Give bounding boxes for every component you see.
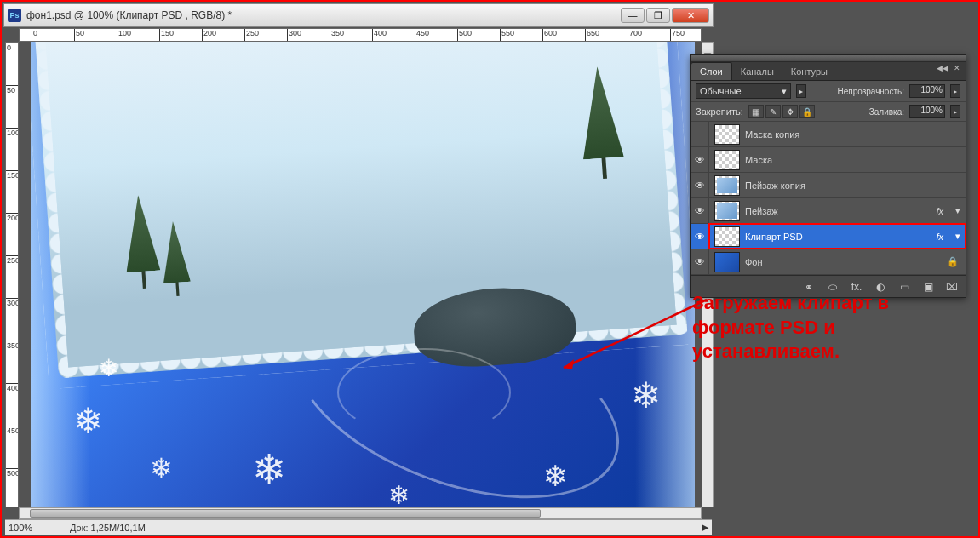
lock-paint-icon[interactable]: ✎: [765, 105, 781, 118]
maximize-button[interactable]: ❐: [646, 8, 670, 23]
minimize-button[interactable]: —: [621, 8, 645, 23]
snowflake-icon: ❄: [631, 375, 661, 416]
fill-input[interactable]: 100%: [909, 105, 945, 118]
lock-icon: 🔒: [940, 256, 966, 267]
layer-visibility-icon[interactable]: 👁: [691, 224, 709, 249]
panel-tabs: СлоиКаналыКонтуры: [691, 62, 966, 81]
layer-thumbnail[interactable]: [714, 252, 740, 272]
swirl-decoration: [286, 314, 627, 484]
ruler-mark: 450: [7, 426, 19, 435]
layer-name-label[interactable]: Пейзаж копия: [745, 180, 966, 191]
layer-name-label[interactable]: Клипарт PSD: [745, 232, 929, 242]
layer-thumbnail[interactable]: [714, 201, 740, 221]
ruler-mark: 200: [203, 29, 216, 37]
tab-контуры[interactable]: Контуры: [782, 63, 836, 80]
snowflake-icon: ❄: [150, 452, 173, 484]
ruler-mark: 500: [7, 469, 19, 478]
panel-grip[interactable]: [691, 55, 966, 62]
opacity-arrow-button[interactable]: ▸: [950, 84, 960, 98]
layer-row[interactable]: 👁Клипарт PSDfx▾: [691, 224, 966, 249]
layer-row[interactable]: 👁Маска: [691, 147, 966, 173]
close-button[interactable]: ✕: [672, 8, 709, 23]
tree-decoration: [576, 65, 625, 180]
chevron-down-icon: ▾: [782, 86, 787, 97]
layer-name-label[interactable]: Фон: [745, 257, 940, 267]
lock-all-icon[interactable]: 🔒: [799, 105, 815, 118]
blend-arrow-button[interactable]: ▸: [796, 84, 806, 98]
canvas-area[interactable]: ❄ ❄ ❄ ❄ ❄ ❄ ❄: [19, 42, 702, 507]
ruler-mark: 350: [7, 341, 19, 350]
snowflake-icon: ❄: [252, 445, 286, 493]
ruler-mark: 300: [7, 299, 19, 307]
panel-close-icon[interactable]: ✕: [952, 64, 962, 72]
fill-arrow-button[interactable]: ▸: [950, 105, 960, 118]
layer-visibility-icon[interactable]: 👁: [691, 249, 709, 274]
blend-mode-value: Обычные: [700, 86, 742, 96]
lock-position-icon[interactable]: ✥: [782, 105, 798, 118]
layer-thumbnail[interactable]: [714, 124, 740, 145]
ruler-mark: 150: [7, 171, 19, 180]
tab-слои[interactable]: Слои: [691, 62, 732, 80]
layer-name-label[interactable]: Маска копия: [745, 129, 966, 140]
blend-opacity-row: Обычные ▾ ▸ Непрозрачность: 100% ▸: [691, 81, 966, 102]
snowflake-icon: ❄: [73, 400, 103, 442]
scrollbar-horizontal[interactable]: [19, 507, 702, 519]
ruler-horizontal[interactable]: 0501001502002503003504004505005506006507…: [19, 28, 702, 42]
layer-visibility-icon[interactable]: 👁: [691, 173, 709, 197]
snowflake-icon: ❄: [388, 480, 410, 507]
ruler-mark: 400: [7, 384, 19, 392]
tree-decoration: [159, 220, 192, 297]
ruler-mark: 50: [7, 86, 15, 94]
document-window: Ps фон1.psd @ 100% (Клипарт PSD , RGB/8)…: [3, 3, 714, 536]
ruler-mark: 0: [7, 43, 11, 52]
lock-label: Закрепить:: [696, 106, 743, 117]
blend-mode-select[interactable]: Обычные ▾: [696, 83, 791, 99]
statusbar: 100% Док: 1,25M/10,1M ▶: [5, 519, 712, 535]
layer-visibility-icon[interactable]: [691, 122, 709, 146]
layer-visibility-icon[interactable]: 👁: [691, 147, 709, 172]
ruler-mark: 600: [544, 29, 557, 37]
statusbar-arrow-icon[interactable]: ▶: [702, 522, 708, 533]
chevron-down-icon[interactable]: ▾: [950, 205, 966, 216]
zoom-value[interactable]: 100%: [9, 523, 60, 533]
layer-name-label[interactable]: Пейзаж: [745, 206, 929, 216]
ruler-mark: 750: [672, 29, 685, 37]
tab-каналы[interactable]: Каналы: [732, 63, 782, 80]
layer-row[interactable]: 👁Фон🔒: [691, 249, 966, 275]
ruler-mark: 500: [459, 29, 472, 37]
layer-fx-icon[interactable]: fx: [929, 206, 950, 216]
layer-row[interactable]: 👁Пейзажfx▾: [691, 198, 966, 224]
ruler-mark: 250: [246, 29, 259, 37]
ruler-mark: 700: [629, 29, 642, 37]
app-icon: Ps: [8, 9, 21, 22]
doc-info: Док: 1,25M/10,1M: [70, 523, 146, 533]
lock-pixels-icon[interactable]: ▦: [748, 105, 764, 118]
layer-row[interactable]: Маска копия: [691, 122, 966, 147]
window-title: фон1.psd @ 100% (Клипарт PSD , RGB/8) *: [26, 9, 621, 21]
layer-name-label[interactable]: Маска: [745, 155, 966, 165]
titlebar[interactable]: Ps фон1.psd @ 100% (Клипарт PSD , RGB/8)…: [3, 3, 714, 27]
layers-panel[interactable]: ◀◀ ✕ СлоиКаналыКонтуры Обычные ▾ ▸ Непро…: [690, 54, 966, 298]
opacity-label: Непрозрачность:: [837, 87, 904, 96]
annotation-text: Загружаем клипарт в формате PSD и устана…: [692, 291, 956, 364]
layers-list: Маска копия👁Маска👁Пейзаж копия👁Пейзажfx▾…: [691, 122, 966, 275]
panel-collapse-icon[interactable]: ◀◀: [935, 64, 950, 72]
ruler-vertical[interactable]: 050100150200250300350400450500550: [5, 42, 19, 507]
ruler-mark: 100: [7, 129, 19, 137]
fill-label: Заливка:: [869, 107, 904, 117]
ruler-mark: 550: [501, 29, 514, 37]
layer-visibility-icon[interactable]: 👁: [691, 198, 709, 223]
snowflake-icon: ❄: [99, 354, 118, 382]
layer-thumbnail[interactable]: [714, 226, 740, 247]
canvas[interactable]: ❄ ❄ ❄ ❄ ❄ ❄ ❄: [31, 42, 695, 507]
chevron-down-icon[interactable]: ▾: [950, 231, 966, 242]
ruler-mark: 250: [7, 256, 19, 265]
layer-thumbnail[interactable]: [714, 150, 740, 170]
opacity-input[interactable]: 100%: [909, 84, 945, 98]
ruler-mark: 650: [587, 29, 599, 37]
scrollbar-thumb[interactable]: [30, 509, 541, 518]
layer-fx-icon[interactable]: fx: [929, 232, 950, 242]
layer-thumbnail[interactable]: [714, 175, 740, 196]
ruler-mark: 350: [331, 29, 344, 37]
layer-row[interactable]: 👁Пейзаж копия: [691, 173, 966, 198]
